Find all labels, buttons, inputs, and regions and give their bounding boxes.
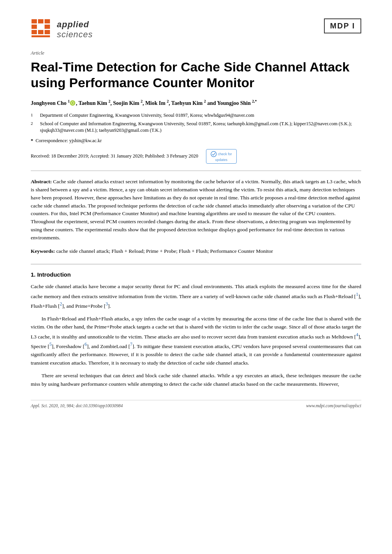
affil-num-2star: 2,* bbox=[252, 99, 257, 103]
affil-num-2a: 2 bbox=[108, 99, 110, 103]
article-title: Real-Time Detection for Cache Side Chann… bbox=[31, 59, 361, 91]
check-updates-icon-row: check for bbox=[211, 151, 232, 157]
svg-rect-5 bbox=[32, 30, 37, 34]
affil-num-2c: 2 bbox=[167, 99, 169, 103]
section1-divider bbox=[31, 264, 361, 264]
check-updates-line1: check for bbox=[218, 152, 232, 156]
cite-4: 4 bbox=[356, 332, 358, 337]
check-updates-badge[interactable]: check for updates bbox=[206, 149, 237, 164]
svg-rect-2 bbox=[45, 19, 50, 23]
svg-rect-8 bbox=[32, 35, 50, 37]
svg-point-9 bbox=[211, 151, 216, 157]
abstract-text: Cache side channel attacks extract secre… bbox=[31, 179, 361, 241]
affil-num-1: 1 bbox=[68, 99, 70, 103]
affil-index-1: 1 bbox=[31, 112, 33, 118]
cite-3: 3 bbox=[106, 301, 108, 307]
section1-para2: In Flush+Reload and Flush+Flush attacks,… bbox=[31, 315, 361, 367]
journal-name-sciences: sciences bbox=[57, 30, 93, 40]
footer: Appl. Sci. 2020, 10, 984; doi:10.3390/ap… bbox=[31, 400, 361, 408]
section1-heading: 1. Introduction bbox=[31, 271, 361, 278]
mdpi-label: MDP I bbox=[330, 22, 355, 30]
svg-rect-0 bbox=[32, 19, 37, 23]
mdpi-logo: MDP I bbox=[324, 18, 361, 33]
affil-index-2: 2 bbox=[31, 121, 33, 126]
correspondence-line: * Correspondence: yjshin@kw.ac.kr bbox=[31, 138, 361, 144]
affil-num-2b: 2 bbox=[141, 99, 143, 103]
affiliation-1: 1 Department of Computer Engineering, Kw… bbox=[31, 112, 361, 119]
keywords-text: cache side channel attack; Flush + Reloa… bbox=[55, 248, 273, 254]
affil-num-2d: 2 bbox=[204, 99, 206, 103]
cite-2: 2 bbox=[60, 301, 62, 307]
cite-1: 1 bbox=[356, 292, 358, 297]
cite-5: 5 bbox=[50, 342, 52, 347]
journal-name-applied: applied bbox=[57, 20, 93, 30]
abstract-divider bbox=[31, 171, 361, 171]
authors-line: Jonghyeon Cho 1, Taehun Kim 2, Soojin Ki… bbox=[31, 98, 361, 107]
abstract-label: Abstract: bbox=[31, 179, 52, 184]
page: applied sciences MDP I Article Real-Time… bbox=[0, 0, 392, 554]
cite-6: 6 bbox=[85, 342, 87, 347]
keywords-label: Keywords: bbox=[31, 248, 55, 254]
journal-name: applied sciences bbox=[57, 20, 93, 40]
keywords-block: Keywords: cache side channel attack; Flu… bbox=[31, 247, 361, 255]
affiliations-list: 1 Department of Computer Engineering, Kw… bbox=[31, 112, 361, 134]
header: applied sciences MDP I bbox=[31, 18, 361, 41]
section1-para1: Cache side channel attacks have become a… bbox=[31, 282, 361, 310]
check-updates-check-icon bbox=[211, 151, 217, 157]
received-line: Received: 18 December 2019; Accepted: 31… bbox=[31, 149, 361, 164]
cite-7: 7 bbox=[130, 342, 132, 347]
check-updates-line2: updates bbox=[215, 158, 228, 162]
svg-rect-3 bbox=[32, 25, 37, 29]
orcid-icon bbox=[70, 100, 75, 106]
received-dates-text: Received: 18 December 2019; Accepted: 31… bbox=[31, 153, 198, 159]
footer-right: www.mdpi.com/journal/applsci bbox=[306, 403, 361, 408]
journal-logo: applied sciences bbox=[31, 18, 93, 41]
svg-rect-7 bbox=[45, 30, 50, 34]
svg-rect-4 bbox=[45, 25, 50, 29]
abstract-block: Abstract: Cache side channel attacks ext… bbox=[31, 178, 361, 242]
affiliation-2: 2 School of Computer and Information Eng… bbox=[31, 121, 361, 134]
svg-rect-6 bbox=[38, 30, 43, 34]
footer-left: Appl. Sci. 2020, 10, 984; doi:10.3390/ap… bbox=[31, 403, 123, 408]
svg-rect-1 bbox=[38, 19, 43, 23]
journal-logo-icon bbox=[31, 18, 53, 41]
section1-para3: There are several techniques that can de… bbox=[31, 372, 361, 388]
article-type-label: Article bbox=[31, 50, 361, 56]
